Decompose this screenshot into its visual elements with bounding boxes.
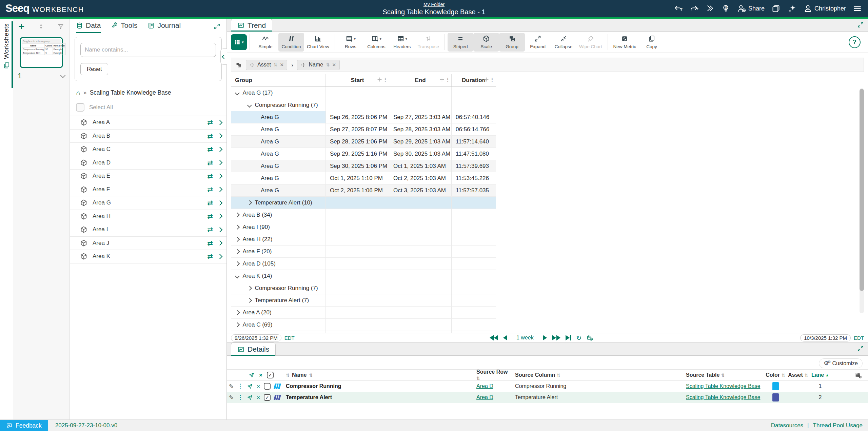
scrollbar-thumb[interactable] [860,89,864,291]
details-column-source-column[interactable]: Source Column ⇅ [512,372,686,378]
group-chip-asset[interactable]: Asset ⇅ × [246,60,287,70]
trend-expand-icon[interactable] [857,21,864,28]
condition-button[interactable]: Condition [278,33,304,52]
column-header-group[interactable]: Group [231,74,326,86]
select-all-items-checkbox[interactable]: ✓ [267,372,274,378]
group-row[interactable]: Area K (14) [231,270,496,282]
move-icon[interactable] [484,77,489,82]
asset-swap-icon[interactable]: ⇄ [207,132,213,140]
details-expand-icon[interactable] [857,345,864,352]
remove-all-icon[interactable]: × [259,372,262,378]
sort-worksheets-icon[interactable] [38,23,44,30]
item-menu-icon[interactable]: ⋮ [237,395,243,400]
details-column-source-table[interactable]: Source Table ⇅ [686,372,763,378]
asset-list-item[interactable]: Area G⇄ [70,196,226,210]
chevron-right-icon[interactable] [217,200,223,205]
column-header-start[interactable]: Start⋮ [326,74,389,86]
collapse-group-chevron-icon[interactable] [235,274,239,278]
capsule-row[interactable]: Area GSep 27, 2025 8:07 PMSep 28, 2025 3… [231,123,496,136]
source-table-link[interactable]: Scaling Table Knowledge Base [686,383,760,389]
asset-swap-item-icon[interactable] [247,394,253,400]
asset-swap-icon[interactable]: ⇄ [207,252,213,260]
thread-pool-usage-link[interactable]: Thread Pool Usage [813,422,863,429]
asset-list-item[interactable]: Area J⇄ [70,237,226,250]
capsule-row[interactable]: Area GSep 30, 2025 1:06 PMOct 1, 2025 1:… [231,160,496,172]
column-menu-icon[interactable]: ⋮ [490,77,495,82]
sort-icon[interactable]: ⇅ [721,373,725,378]
collapse-group-chevron-icon[interactable] [235,91,239,95]
group-row[interactable]: Area I (90) [231,221,496,233]
item-name[interactable]: Compressor Running [286,383,341,389]
asset-list-item[interactable]: Area F⇄ [70,183,226,197]
datasources-link[interactable]: Datasources [771,422,803,429]
asset-swap-icon[interactable]: ⇄ [207,185,213,194]
sort-icon[interactable]: ⇅ [557,373,560,378]
step-back-full-icon[interactable] [490,335,498,340]
striped-button[interactable]: Striped [448,33,473,52]
group-row[interactable]: Compressor Running (7) [231,282,496,294]
asset-list-item[interactable]: Area D⇄ [70,156,226,170]
customize-button[interactable]: ⚙⚙ Customize [819,358,863,368]
remove-item-icon[interactable]: × [257,395,260,400]
chevron-right-icon[interactable] [217,187,223,192]
column-header-end[interactable]: End⋮ [389,74,452,86]
asset-list-item[interactable]: Area C⇄ [70,143,226,156]
asset-swap-icon[interactable]: ⇄ [207,212,213,220]
add-worksheet-button[interactable]: + [18,22,25,31]
range-end-input[interactable]: 10/3/2025 1:32 PM [800,334,851,341]
roi-bulb-icon[interactable] [721,4,730,13]
view-selector-button[interactable]: ▾ [231,34,247,50]
details-item-row[interactable]: ✎ ⋮ × ✓ Temperature Alert Area D Tempera… [227,392,868,403]
sort-icon[interactable]: ⇅ [274,62,277,67]
move-icon[interactable] [301,62,306,67]
sort-icon[interactable]: ⇅ [326,62,330,67]
group-chip-name[interactable]: Name ⇅ × [297,60,339,70]
chevron-right-icon[interactable] [217,173,223,179]
capsule-row[interactable]: Area GSep 29, 2025 1:16 PMSep 30, 2025 1… [231,148,496,160]
group-row[interactable]: Temperature Alert (10) [231,197,496,209]
move-icon[interactable] [250,62,255,67]
asset-list-item[interactable]: Area A⇄ [70,116,226,130]
home-icon[interactable]: ⌂ [76,89,80,96]
rows-button[interactable]: ▾Rows [338,33,363,52]
simple-button[interactable]: Simple [253,33,278,52]
step-back-icon[interactable] [503,335,507,340]
redo-button[interactable]: ▾ [689,4,698,13]
column-menu-icon[interactable]: ⋮ [445,77,450,82]
asset-swap-icon[interactable]: ⇄ [207,159,213,167]
group-row[interactable]: Area D (105) [231,258,496,270]
asset-swap-icon[interactable]: ⇄ [207,118,213,126]
step-to-now-icon[interactable] [566,335,571,340]
data-panel-expand-icon[interactable] [214,23,220,33]
capsule-row[interactable]: Area GOct 2, 2025 1:06 PMOct 3, 2025 1:0… [231,184,496,197]
remove-item-icon[interactable]: × [257,384,260,389]
worksheets-collapse-chevron-icon[interactable] [60,73,66,78]
group-row[interactable]: Area C (69) [231,319,496,331]
group-row[interactable]: Area F (20) [231,246,496,258]
expand-group-chevron-icon[interactable] [235,225,239,229]
remove-chip-icon[interactable]: × [332,62,336,68]
help-button[interactable]: ? [849,36,861,48]
capsule-row[interactable]: Area GOct 1, 2025 1:10 PMOct 2, 2025 1:0… [231,172,496,184]
asset-list-item[interactable]: Area B⇄ [70,130,226,143]
collapse-panel-handle[interactable] [220,48,227,65]
capsule-row[interactable]: Area GSep 26, 2025 8:06 PMSep 27, 2025 3… [231,111,496,123]
move-icon[interactable] [377,77,382,82]
share-button[interactable]: Share [737,4,765,13]
user-menu[interactable]: Christopher [803,4,846,13]
sort-icon[interactable]: ⇅ [309,373,313,378]
asset-swap-icon[interactable]: ⇄ [207,226,213,234]
edit-item-icon[interactable]: ✎ [229,383,234,390]
color-swatch[interactable] [772,382,779,390]
sort-icon[interactable]: ⇅ [476,376,480,381]
chevron-right-icon[interactable] [217,240,223,246]
breadcrumb-label[interactable]: Scaling Table Knowledge Base [90,89,171,96]
source-row-link[interactable]: Area D [476,394,493,400]
redo-caret-icon[interactable]: ▾ [696,6,698,11]
reset-button[interactable]: Reset [80,63,108,75]
group-row[interactable]: Area H (22) [231,233,496,246]
duration-link[interactable]: 1 week [516,335,534,341]
sort-icon[interactable]: ⇅ [805,373,808,378]
expand-button[interactable]: Expand [525,33,551,52]
expand-group-chevron-icon[interactable] [235,213,239,217]
